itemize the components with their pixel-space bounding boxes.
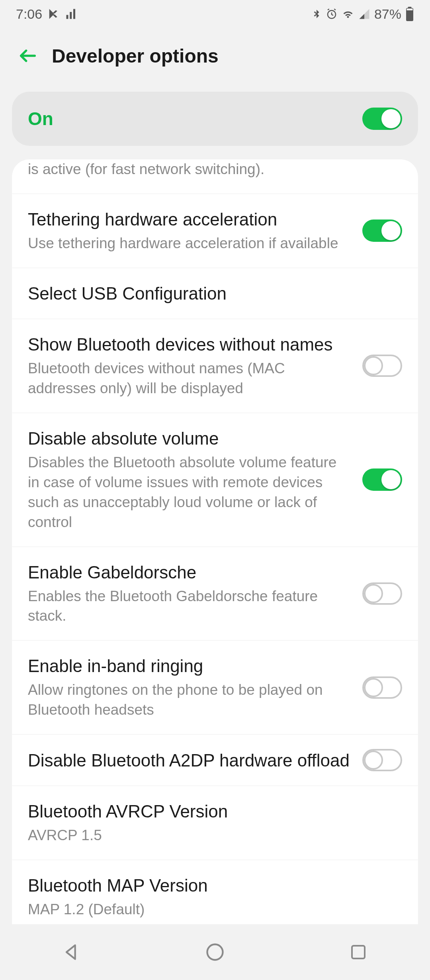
row-title: Bluetooth MAP Version — [28, 874, 402, 896]
row-subtitle: AVRCP 1.5 — [28, 825, 402, 845]
triangle-back-icon — [61, 942, 82, 962]
svg-rect-2 — [73, 9, 75, 19]
row-title: Enable in-band ringing — [28, 655, 351, 677]
row-subtitle: Use tethering hardware acceleration if a… — [28, 233, 351, 253]
row-bt-map-version[interactable]: Bluetooth MAP Version MAP 1.2 (Default) — [12, 860, 418, 934]
back-button[interactable] — [16, 44, 40, 68]
battery-icon — [405, 7, 414, 21]
svg-rect-6 — [407, 9, 413, 11]
arrow-left-icon — [18, 45, 38, 66]
toggle-tethering-hw-accel[interactable] — [362, 220, 402, 242]
nav-recents-button[interactable] — [334, 936, 382, 968]
row-title: Disable Bluetooth A2DP hardware offload — [28, 749, 351, 771]
bluetooth-icon — [311, 8, 322, 20]
circle-home-icon — [205, 942, 225, 962]
row-title: Bluetooth AVRCP Version — [28, 800, 402, 822]
settings-list: is active (for fast network switching). … — [12, 159, 418, 973]
wifi-icon — [342, 8, 354, 20]
row-tethering-hw-accel[interactable]: Tethering hardware acceleration Use teth… — [12, 194, 418, 268]
row-enable-inband-ringing[interactable]: Enable in-band ringing Allow ringtones o… — [12, 640, 418, 734]
battery-text: 87% — [374, 6, 401, 22]
svg-point-7 — [207, 945, 223, 960]
row-title: Select USB Configuration — [28, 282, 402, 304]
partial-row-subtitle: is active (for fast network switching). — [12, 159, 418, 194]
master-toggle-label: On — [28, 108, 53, 129]
row-title: Disable absolute volume — [28, 427, 351, 449]
row-subtitle: Enables the Bluetooth Gabeldorsche featu… — [28, 586, 351, 626]
signal-bars-icon — [65, 8, 77, 20]
toggle-disable-absolute-volume[interactable] — [362, 468, 402, 491]
row-subtitle: MAP 1.2 (Default) — [28, 900, 402, 919]
master-toggle[interactable] — [362, 108, 402, 130]
toggle-enable-gabeldorsche[interactable] — [362, 582, 402, 605]
row-subtitle: Allow ringtones on the phone to be playe… — [28, 680, 351, 720]
row-bt-avrcp-version[interactable]: Bluetooth AVRCP Version AVRCP 1.5 — [12, 786, 418, 860]
toggle-enable-inband-ringing[interactable] — [362, 676, 402, 699]
nav-back-button[interactable] — [48, 936, 96, 968]
svg-rect-8 — [352, 946, 365, 958]
row-show-bt-no-names[interactable]: Show Bluetooth devices without names Blu… — [12, 319, 418, 413]
row-disable-absolute-volume[interactable]: Disable absolute volume Disables the Blu… — [12, 413, 418, 547]
alarm-icon — [326, 8, 338, 20]
app-bar: Developer options — [0, 28, 430, 92]
row-enable-gabeldorsche[interactable]: Enable Gabeldorsche Enables the Bluetoot… — [12, 547, 418, 641]
toggle-disable-a2dp-hw-offload[interactable] — [362, 749, 402, 771]
row-title: Enable Gabeldorsche — [28, 561, 351, 583]
navigation-bar — [0, 924, 430, 980]
svg-rect-1 — [70, 12, 72, 19]
row-select-usb-config[interactable]: Select USB Configuration — [12, 268, 418, 319]
status-time: 7:06 — [16, 6, 42, 22]
svg-rect-5 — [408, 7, 412, 9]
row-disable-a2dp-hw-offload[interactable]: Disable Bluetooth A2DP hardware offload — [12, 734, 418, 786]
svg-rect-0 — [66, 15, 68, 19]
cell-signal-icon — [358, 8, 370, 20]
row-subtitle: Bluetooth devices without names (MAC add… — [28, 359, 351, 398]
page-title: Developer options — [52, 45, 219, 67]
status-bar: 7:06 87% — [0, 0, 430, 28]
square-recents-icon — [349, 943, 368, 962]
toggle-show-bt-no-names[interactable] — [362, 355, 402, 377]
master-toggle-row[interactable]: On — [12, 92, 418, 146]
row-title: Show Bluetooth devices without names — [28, 333, 351, 355]
nav-home-button[interactable] — [191, 936, 239, 968]
row-subtitle: Disables the Bluetooth absolute volume f… — [28, 453, 351, 532]
row-title: Tethering hardware acceleration — [28, 208, 351, 230]
play-store-icon — [48, 8, 60, 20]
